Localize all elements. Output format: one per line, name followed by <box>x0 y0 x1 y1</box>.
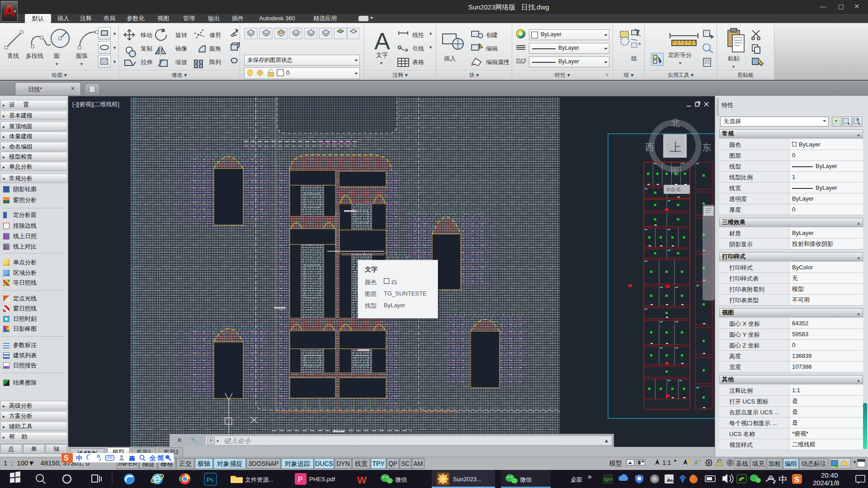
svg-text:全: 全 <box>149 454 156 462</box>
svg-text:Ps: Ps <box>207 476 214 483</box>
svg-text:中: 中 <box>778 474 788 484</box>
svg-text:2024/1/8: 2024/1/8 <box>813 479 839 487</box>
svg-text:P: P <box>298 476 303 483</box>
svg-text:A: A <box>374 28 390 54</box>
svg-text:简: 简 <box>157 454 164 462</box>
svg-text:S: S <box>64 454 69 462</box>
svg-text:西: 西 <box>645 142 654 152</box>
svg-text:未命名..: 未命名.. <box>666 187 684 192</box>
svg-text:东: 东 <box>702 142 711 152</box>
svg-text:20:40: 20:40 <box>821 471 838 479</box>
svg-text:上: 上 <box>670 141 681 154</box>
svg-text:[-][俯视][二维线框]: [-][俯视][二维线框] <box>72 101 119 108</box>
svg-text:中: 中 <box>76 454 83 462</box>
svg-text:W: W <box>357 474 367 486</box>
svg-text:S: S <box>794 475 799 484</box>
svg-text:iQIYI: iQIYI <box>604 477 613 482</box>
svg-text:北: 北 <box>671 118 680 128</box>
